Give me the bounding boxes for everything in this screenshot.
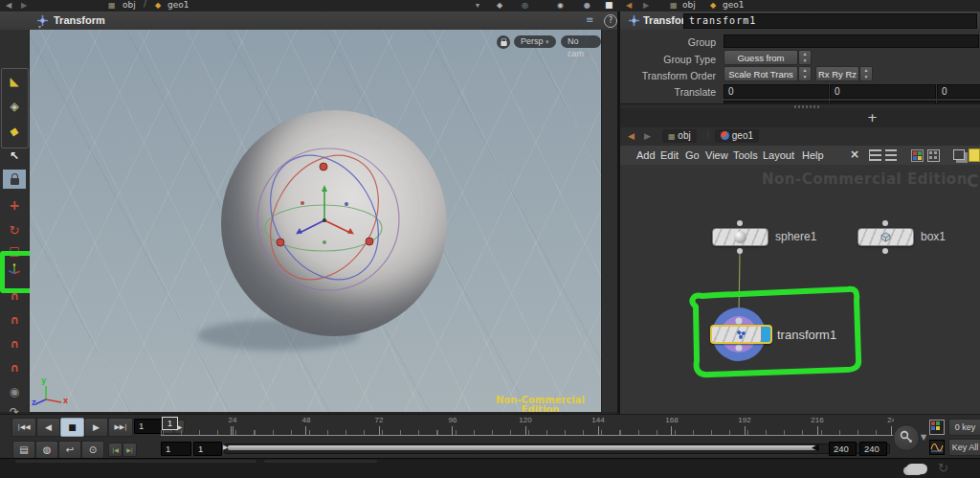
node-label-transform1[interactable]: transform1: [777, 328, 836, 342]
auto-key-icon-button[interactable]: [929, 420, 945, 435]
xform-order-spinner[interactable]: ▲▼: [798, 66, 812, 81]
dropdown-caret-icon[interactable]: ▾: [476, 2, 479, 10]
viewport-pane-header: ▾ Transform ≡ ?: [0, 11, 617, 31]
record-icon[interactable]: ◎: [522, 2, 528, 10]
timeline-ruler[interactable]: 24 48 72 96 120 144 168 192 216 240 1: [161, 415, 894, 436]
scoped-channels-icon-button[interactable]: [929, 440, 945, 455]
translate-y-field[interactable]: 0: [830, 84, 936, 99]
group-label: Group: [620, 36, 716, 48]
net-history-back-icon[interactable]: ◀: [628, 132, 635, 141]
camera-ops-icon[interactable]: ◉: [3, 382, 26, 401]
set-key-button[interactable]: [893, 424, 920, 451]
keys-count-button[interactable]: 0 key: [948, 419, 980, 436]
path-obj[interactable]: obj: [122, 1, 136, 10]
tree-list-icon[interactable]: [869, 149, 881, 161]
sticky-note-icon[interactable]: [969, 148, 980, 162]
xform-order-menu[interactable]: Scale Rot Trans: [724, 66, 798, 81]
network-canvas[interactable]: Non-Commercial Edition C sphere1 box1: [620, 165, 980, 414]
forward-icon[interactable]: ▶: [21, 2, 27, 10]
view-tool-icon[interactable]: ◣: [3, 72, 26, 91]
window-icon[interactable]: ■: [605, 1, 613, 10]
range-start-handle[interactable]: ▶: [223, 444, 228, 451]
current-frame-marker[interactable]: 1: [162, 417, 178, 430]
key-options-caret-icon[interactable]: ▼: [921, 434, 926, 442]
menu-view[interactable]: View: [705, 149, 728, 161]
select-arrow-icon[interactable]: ↖: [3, 147, 26, 166]
network-tools-icon[interactable]: ×: [850, 148, 859, 160]
menu-edit[interactable]: Edit: [660, 149, 679, 161]
range-start-field[interactable]: 1: [161, 442, 191, 456]
prev-key-button[interactable]: |◀: [108, 443, 122, 457]
anim-options-button[interactable]: ▤: [12, 441, 35, 459]
group-field[interactable]: [724, 34, 979, 48]
help-icon[interactable]: ?: [604, 14, 617, 28]
add-tab-button[interactable]: +: [867, 111, 878, 124]
realtime-toggle-button[interactable]: ⊙: [81, 441, 104, 459]
message-cloud-icon[interactable]: [906, 464, 927, 474]
play-forward-button[interactable]: ▶: [84, 418, 108, 437]
color-palette-icon[interactable]: [911, 149, 924, 162]
net-history-forward-icon[interactable]: ▶: [644, 132, 651, 141]
path-geo[interactable]: geo1: [167, 1, 189, 10]
menu-layout[interactable]: Layout: [763, 149, 794, 161]
camera-select-button[interactable]: No cam ▾: [561, 35, 601, 48]
secure-selection-lock-icon[interactable]: [3, 170, 26, 189]
pin-icon[interactable]: ◆: [497, 2, 502, 10]
key-all-button[interactable]: Key All: [948, 439, 980, 456]
net-back-icon[interactable]: ◀: [626, 2, 632, 10]
menu-help[interactable]: Help: [802, 149, 824, 161]
node-transform1[interactable]: [710, 325, 772, 344]
display-flag[interactable]: [761, 327, 770, 342]
snap-multi-icon[interactable]: ∩: [3, 358, 26, 377]
net-forward-icon[interactable]: ▶: [643, 2, 649, 10]
playback-range-slider[interactable]: ▶ ◀: [224, 444, 890, 454]
menu-add[interactable]: Add: [636, 149, 656, 161]
group-type-menu[interactable]: Guess from Group: [724, 50, 798, 65]
playback-start-field[interactable]: 1: [193, 442, 222, 456]
layout-panes-icon[interactable]: [953, 149, 965, 160]
rotate-tool-icon[interactable]: ↻: [3, 220, 26, 239]
menu-go[interactable]: Go: [685, 149, 700, 161]
viewport-3d[interactable]: y x z Persp ▾ No cam ▾ Non-Commercial Ed…: [30, 30, 601, 412]
menu-tools[interactable]: Tools: [733, 149, 758, 161]
grid-boxes-icon[interactable]: [927, 149, 940, 162]
next-key-button[interactable]: ▶|: [122, 443, 137, 457]
net-path-geo[interactable]: geo1: [723, 1, 744, 10]
persp-caret-icon: ▾: [546, 38, 549, 45]
translate-x-field[interactable]: 0: [724, 84, 829, 99]
playback-end-field[interactable]: 240: [859, 442, 887, 456]
list-view-icon[interactable]: [885, 149, 897, 161]
back-icon[interactable]: ◀: [6, 2, 11, 10]
node-label-box1[interactable]: box1: [921, 230, 946, 243]
node-box1[interactable]: [858, 228, 914, 246]
net-path-obj[interactable]: obj: [682, 1, 696, 10]
node-name-field[interactable]: transform1: [683, 13, 977, 29]
breadcrumb-obj-chip[interactable]: ▦ obj: [662, 129, 697, 143]
node-label-sphere1[interactable]: sphere1: [775, 230, 816, 243]
loop-mode-button[interactable]: ↩: [58, 441, 81, 459]
rotate-order-spinner[interactable]: ▲▼: [859, 66, 873, 81]
select-geometry-icon[interactable]: ◈: [3, 97, 26, 116]
range-end-field[interactable]: 240: [829, 442, 857, 456]
rotate-order-menu[interactable]: Rx Ry Rz: [815, 66, 859, 81]
transform-gizmo[interactable]: [30, 30, 601, 412]
update-refresh-icon[interactable]: ↻: [938, 462, 948, 474]
translate-z-field[interactable]: 0: [937, 84, 980, 99]
node-sphere1[interactable]: [712, 228, 768, 246]
pane-options-icon[interactable]: ≡: [586, 15, 593, 25]
group-type-spinner[interactable]: ▲▼: [798, 50, 812, 65]
viewport-lock-button[interactable]: [497, 35, 510, 49]
go-start-button[interactable]: |◀◀: [11, 418, 36, 437]
persp-view-button[interactable]: Persp ▾: [514, 35, 556, 48]
user-icon[interactable]: ●: [584, 2, 590, 10]
stop-button[interactable]: ■: [60, 418, 84, 437]
move-tool-icon[interactable]: +: [3, 195, 26, 215]
play-backward-button[interactable]: ◀: [36, 418, 60, 437]
range-end-handle[interactable]: ◀: [812, 443, 819, 452]
snap-point-icon[interactable]: ∩: [3, 334, 26, 353]
go-end-button[interactable]: ▶▶|: [108, 418, 133, 437]
chat-icon[interactable]: ◉: [557, 2, 564, 10]
snap-prim-icon[interactable]: ∩: [3, 310, 26, 330]
audio-options-button[interactable]: ◍: [35, 441, 58, 459]
breadcrumb-geo-chip[interactable]: geo1: [715, 129, 759, 143]
